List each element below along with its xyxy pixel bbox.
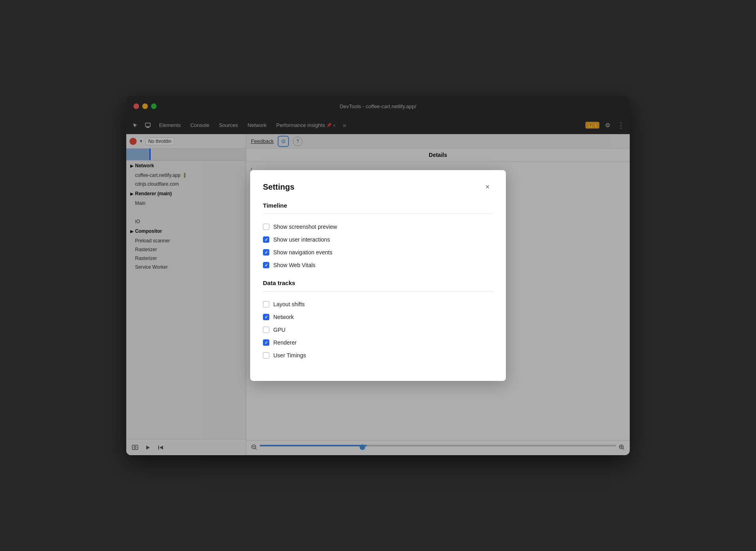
settings-modal: Settings × Timeline Show screenshot prev… xyxy=(250,170,506,381)
checkbox-user-interactions[interactable]: Show user interactions xyxy=(263,233,493,246)
data-tracks-section-label: Data tracks xyxy=(263,279,493,286)
section-divider xyxy=(263,214,493,214)
modal-title: Settings xyxy=(263,182,294,192)
timeline-section: Timeline Show screenshot preview Show us… xyxy=(263,202,493,272)
checkbox-network[interactable]: Network xyxy=(263,311,493,323)
checkbox-network-input[interactable] xyxy=(263,314,269,320)
checkbox-layout-shifts[interactable]: Layout shifts xyxy=(263,298,493,311)
checkbox-gpu-input[interactable] xyxy=(263,327,269,333)
checkbox-user-interactions-input[interactable] xyxy=(263,236,269,243)
checkbox-label: Show user interactions xyxy=(273,236,330,243)
checkbox-label: Show Web Vitals xyxy=(273,262,315,268)
timeline-section-label: Timeline xyxy=(263,202,493,209)
modal-overlay[interactable]: Settings × Timeline Show screenshot prev… xyxy=(0,0,756,551)
checkbox-user-timings[interactable]: User Timings xyxy=(263,349,493,362)
checkbox-label: Renderer xyxy=(273,339,296,346)
section-divider xyxy=(263,291,493,291)
checkbox-label: GPU xyxy=(273,327,285,333)
checkbox-renderer[interactable]: Renderer xyxy=(263,336,493,349)
checkbox-layout-shifts-input[interactable] xyxy=(263,301,269,307)
checkbox-label: Network xyxy=(273,314,294,320)
checkbox-label: Show screenshot preview xyxy=(273,224,337,230)
modal-close-button[interactable]: × xyxy=(482,181,493,192)
checkbox-label: Layout shifts xyxy=(273,301,305,307)
checkbox-screenshot-preview[interactable]: Show screenshot preview xyxy=(263,220,493,233)
checkbox-navigation-events[interactable]: Show navigation events xyxy=(263,246,493,259)
checkbox-navigation-events-input[interactable] xyxy=(263,249,269,256)
checkbox-renderer-input[interactable] xyxy=(263,339,269,346)
modal-header: Settings × xyxy=(263,181,493,192)
checkbox-label: Show navigation events xyxy=(273,249,332,256)
checkbox-gpu[interactable]: GPU xyxy=(263,323,493,336)
checkbox-screenshot-preview-input[interactable] xyxy=(263,224,269,230)
checkbox-label: User Timings xyxy=(273,352,306,359)
checkbox-web-vitals-input[interactable] xyxy=(263,262,269,268)
data-tracks-section: Data tracks Layout shifts Network GPU Re… xyxy=(263,279,493,362)
checkbox-web-vitals[interactable]: Show Web Vitals xyxy=(263,259,493,272)
checkbox-user-timings-input[interactable] xyxy=(263,352,269,359)
